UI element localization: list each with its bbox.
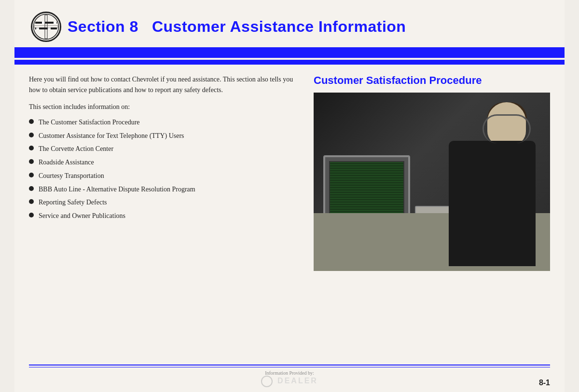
banner-bar-thin — [14, 60, 565, 65]
bullet-text: Roadside Assistance — [39, 157, 294, 168]
bullet-text: Reporting Safety Defects — [39, 197, 294, 208]
page-header: Section 8 Customer Assistance Informatio… — [29, 10, 550, 47]
bullet-icon — [29, 199, 34, 204]
page-title: Section 8 Customer Assistance Informatio… — [68, 18, 406, 36]
bullet-text: Courtesy Transportation — [39, 171, 294, 181]
bullet-text: BBB Auto Line - Alternative Dispute Reso… — [39, 184, 294, 195]
banner-bars — [14, 47, 565, 65]
bullet-icon — [29, 173, 34, 177]
bullet-text: The Corvette Action Center — [39, 144, 294, 154]
bullet-icon — [29, 119, 34, 124]
screen-content — [330, 162, 403, 215]
person-body — [449, 141, 536, 266]
bullet-icon — [29, 186, 34, 191]
svg-rect-2 — [36, 22, 39, 24]
chevrolet-logo — [29, 10, 63, 43]
list-item: Courtesy Transportation — [29, 171, 294, 181]
includes-label: This section includes information on: — [29, 102, 294, 112]
footer-dealer-text: DEALER — [277, 377, 318, 385]
bullet-text: Service and Owner Publications — [39, 211, 294, 221]
monitor-screen — [329, 161, 404, 216]
photo-container — [314, 93, 550, 271]
banner-bar-thick — [14, 47, 565, 58]
photo-scene — [314, 93, 550, 271]
page: Section 8 Customer Assistance Informatio… — [14, 0, 565, 392]
list-item: The Corvette Action Center — [29, 144, 294, 154]
watermark-circle-icon — [261, 376, 273, 387]
intro-paragraph: Here you will find out how to contact Ch… — [29, 74, 294, 95]
footer: Information Provided by: DEALER 8-1 — [14, 361, 565, 392]
bullet-icon — [29, 159, 34, 164]
footer-watermark: Information Provided by: DEALER — [261, 370, 318, 387]
svg-point-0 — [31, 12, 60, 41]
list-item: BBB Auto Line - Alternative Dispute Reso… — [29, 184, 294, 195]
svg-rect-6 — [36, 27, 39, 29]
svg-point-1 — [33, 14, 58, 39]
svg-rect-4 — [48, 22, 51, 24]
footer-line-top — [29, 365, 550, 365]
main-content: Here you will find out how to contact Ch… — [29, 74, 550, 271]
bullet-icon — [29, 133, 34, 137]
svg-rect-8 — [48, 27, 51, 29]
svg-rect-5 — [54, 22, 56, 24]
footer-content: Information Provided by: DEALER 8-1 — [29, 370, 550, 387]
csp-title: Customer Satisfaction Procedure — [314, 74, 550, 87]
svg-rect-7 — [42, 27, 45, 29]
list-item: Roadside Assistance — [29, 157, 294, 168]
bullet-text: The Customer Satisfaction Procedure — [39, 117, 294, 128]
list-item: Reporting Safety Defects — [29, 197, 294, 208]
person — [439, 102, 536, 266]
bullet-list: The Customer Satisfaction ProcedureCusto… — [29, 117, 294, 221]
headset — [482, 114, 531, 143]
right-column: Customer Satisfaction Procedure — [314, 74, 550, 271]
footer-line-bottom — [29, 367, 550, 367]
bullet-icon — [29, 213, 34, 217]
svg-rect-3 — [42, 22, 45, 24]
left-column: Here you will find out how to contact Ch… — [29, 74, 299, 271]
list-item: Customer Assistance for Text Telephone (… — [29, 131, 294, 141]
list-item: The Customer Satisfaction Procedure — [29, 117, 294, 128]
bullet-icon — [29, 146, 34, 150]
list-item: Service and Owner Publications — [29, 211, 294, 221]
svg-rect-9 — [54, 27, 56, 29]
page-number: 8-1 — [539, 378, 550, 387]
bullet-text: Customer Assistance for Text Telephone (… — [39, 131, 294, 141]
footer-info-text: Information Provided by: — [261, 370, 318, 376]
